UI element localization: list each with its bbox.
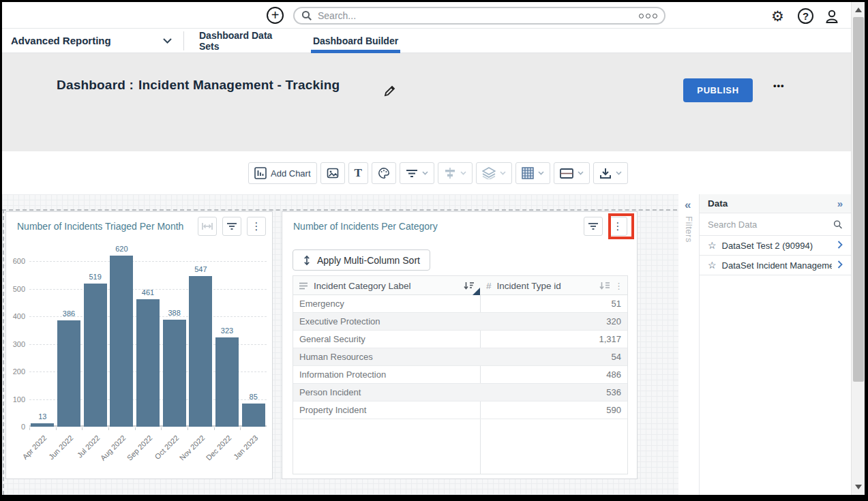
bar-value-label: 85 [240,393,267,401]
chart-filter-button[interactable] [222,217,241,236]
bar[interactable] [215,337,239,427]
table-row[interactable]: General Security1,317 [293,331,627,348]
user-icon[interactable] [824,8,840,25]
bar[interactable] [189,276,212,427]
filter-menu-button[interactable] [400,162,434,184]
scrollbar-thumb[interactable] [853,17,864,382]
y-tick-label: 0 [8,423,25,431]
chevron-right-icon[interactable] [837,259,843,271]
nav-bar: Advanced Reporting Dashboard Data Sets D… [2,29,851,53]
chevron-right-icon[interactable] [837,239,843,252]
palette-icon [378,167,390,179]
publish-button[interactable]: PUBLISH [683,78,753,102]
align-menu-button[interactable] [438,162,473,184]
y-tick-label: 100 [8,395,25,404]
search-input[interactable] [318,10,633,21]
collapse-panel-icon[interactable]: « [685,198,691,212]
expand-panel-icon[interactable]: » [837,198,843,209]
hash-icon: # [486,281,492,291]
chart-card-incidents-per-month[interactable]: Number of Incidents Triaged Per Month ⋮ … [5,211,273,479]
bar[interactable] [31,423,54,427]
chart-filter-button[interactable] [584,217,603,236]
scroll-up-arrow[interactable] [855,7,862,12]
table-row[interactable]: Property Incident590 [293,401,627,419]
table-header-row: Incident Category Label # Incident Type … [293,276,627,295]
export-download-button[interactable] [593,162,628,184]
cell-type-id: 1,317 [599,331,621,348]
bar[interactable] [163,320,186,427]
edit-pencil-icon[interactable] [383,85,396,98]
column-header-category[interactable]: Incident Category Label [293,276,480,295]
cell-type-id: 54 [612,348,621,366]
cell-type-id: 536 [606,384,621,401]
chart-title: Number of Incidents Triaged Per Month [17,221,183,232]
y-tick-label: 500 [8,285,25,293]
add-text-button[interactable]: T [348,162,368,184]
bar[interactable] [57,320,80,427]
star-icon[interactable]: ☆ [708,240,717,251]
scroll-down-arrow[interactable] [855,485,862,489]
product-switcher[interactable]: Advanced Reporting [11,29,181,52]
sort-icon[interactable] [599,282,610,290]
add-image-button[interactable] [320,162,345,184]
grid-menu-button[interactable] [515,162,550,184]
column-header-type-id[interactable]: # Incident Type id ⋮ [481,276,629,295]
tab-dashboard-data-sets[interactable]: Dashboard Data Sets [199,29,288,52]
bar-value-label: 388 [161,309,188,317]
bar[interactable] [242,404,265,427]
table-row[interactable]: Person Incident536 [293,384,627,401]
chevron-down-icon [163,38,172,44]
column-kebab-icon[interactable]: ⋮ [614,282,623,290]
bar-value-label: 620 [108,245,135,253]
chart-card-incidents-per-category[interactable]: Number of Incidents Per Category ⋮ Apply… [282,211,638,479]
bar[interactable] [84,284,107,427]
dashboard-header: Dashboard : Incident Management - Tracki… [2,53,851,151]
page-title: Dashboard : Incident Management - Tracki… [57,78,340,93]
text-tool-icon: T [355,166,362,180]
download-icon [599,168,612,179]
apply-multi-column-sort-button[interactable]: Apply Multi-Column Sort [293,249,430,271]
align-icon [444,168,456,179]
dataset-item[interactable]: ☆DataSet Incident Management ... [700,256,851,275]
table-row[interactable]: Information Protection486 [293,366,627,384]
panel-layout-button[interactable] [554,162,590,184]
add-chart-button[interactable]: Add Chart [248,162,317,184]
grid-icon [522,167,534,179]
table-row[interactable]: Human Resources54 [293,348,627,366]
tab-dashboard-builder[interactable]: Dashboard Builder [311,29,400,52]
dataset-item[interactable]: ☆DataSet Test 2 (90994) [700,236,851,256]
data-panel: Data » ☆DataSet Test 2 (90994)☆DataSet I… [699,194,851,495]
red-highlight-annotation [608,213,634,239]
data-panel-header: Data » [700,194,851,213]
data-search-input[interactable] [708,219,828,230]
builder-toolbar: Add Chart T [2,151,851,194]
star-icon[interactable]: ☆ [708,260,717,271]
gear-icon[interactable]: ⚙ [771,8,788,25]
chart-card-header: Number of Incidents Triaged Per Month ⋮ [6,212,272,241]
theme-palette-button[interactable] [372,162,396,184]
vertical-scrollbar[interactable] [851,2,865,495]
column-header-label: Incident Type id [497,281,561,291]
bar[interactable] [110,256,133,427]
resize-width-button[interactable] [198,217,217,236]
search-more-icon[interactable] [639,14,657,18]
cell-category-label: Human Resources [299,348,373,366]
layers-menu-button[interactable] [476,162,512,184]
global-search [293,7,665,25]
add-icon[interactable]: + [267,7,284,24]
chevron-down-icon [578,171,584,175]
filters-tab[interactable]: Filters [684,216,694,243]
y-tick-label: 300 [8,340,25,348]
dashboard-canvas[interactable]: Number of Incidents Triaged Per Month ⋮ … [2,194,678,495]
bar[interactable] [136,299,160,427]
search-icon [301,10,312,21]
table-row[interactable]: Executive Protection320 [293,313,627,331]
cell-category-label: Person Incident [299,384,361,401]
chart-title: Number of Incidents Per Category [293,221,438,232]
column-resize-wedge[interactable] [473,288,480,295]
bar-value-label: 13 [29,412,56,421]
help-icon[interactable]: ? [798,8,813,24]
chart-kebab-menu-button[interactable]: ⋮ [247,217,266,236]
table-row[interactable]: Emergency51 [293,295,627,313]
more-options-icon[interactable]: ••• [773,80,785,91]
